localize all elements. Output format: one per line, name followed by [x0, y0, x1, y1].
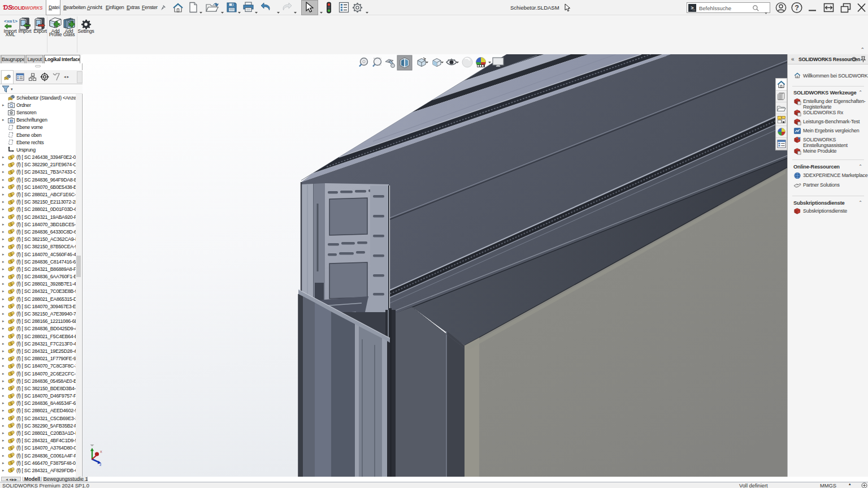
- svg-text:x: x: [100, 449, 102, 454]
- svg-text:<xml>: <xml>: [4, 19, 18, 24]
- svg-text:?: ?: [795, 4, 799, 12]
- svg-text:z: z: [99, 462, 102, 467]
